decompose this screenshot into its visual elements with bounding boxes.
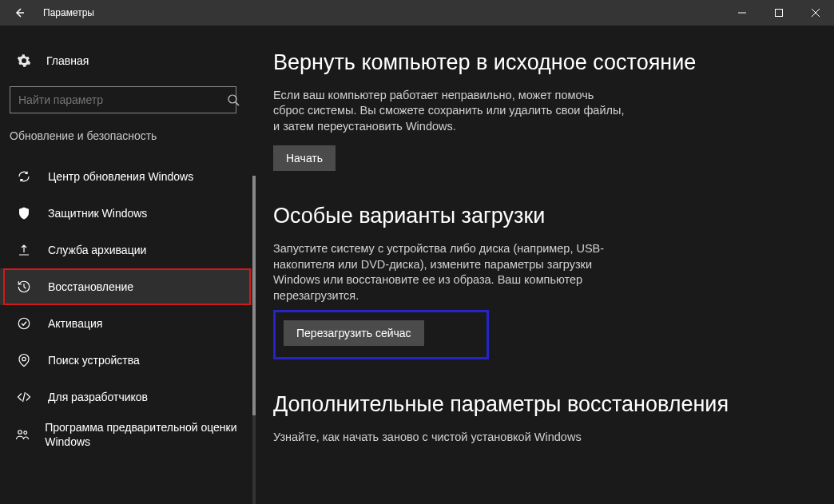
nav-item-find-device[interactable]: Поиск устройства (0, 342, 256, 379)
nav-label: Служба архивации (48, 243, 154, 257)
reset-start-button[interactable]: Начать (273, 145, 336, 171)
location-icon (14, 353, 34, 367)
close-button[interactable] (797, 0, 834, 26)
nav-item-windows-update[interactable]: Центр обновления Windows (0, 158, 256, 195)
sidebar: Главная Обновление и безопасность Центр … (0, 26, 256, 504)
nav-item-developers[interactable]: Для разработчиков (0, 379, 256, 415)
nav-label: Защитник Windows (48, 206, 155, 220)
gear-icon (14, 54, 34, 68)
shield-icon (14, 206, 34, 220)
upload-icon (14, 243, 34, 257)
section-reset: Вернуть компьютер в исходное состояние Е… (273, 50, 815, 171)
nav-list: Центр обновления Windows Защитник Window… (0, 158, 256, 454)
restart-now-button[interactable]: Перезагрузить сейчас (284, 320, 424, 346)
nav-item-defender[interactable]: Защитник Windows (0, 195, 256, 232)
nav-item-recovery[interactable]: Восстановление (0, 268, 256, 305)
content: Вернуть компьютер в исходное состояние Е… (256, 26, 834, 504)
reset-heading: Вернуть компьютер в исходное состояние (273, 50, 815, 77)
more-body: Узнайте, как начать заново с чистой уста… (273, 430, 625, 446)
highlight-restart-now: Перезагрузить сейчас (273, 310, 489, 359)
nav-label: Восстановление (48, 280, 141, 294)
back-button[interactable] (0, 0, 38, 26)
nav-item-backup[interactable]: Служба архивации (0, 232, 256, 268)
search-input[interactable] (10, 86, 236, 113)
section-more-recovery: Дополнительные параметры восстановления … (273, 391, 815, 445)
sync-icon (14, 169, 34, 184)
nav-item-insider[interactable]: Программа предварительной оценки Windows (0, 415, 256, 454)
maximize-button[interactable] (761, 0, 797, 26)
minimize-button[interactable] (724, 0, 761, 26)
advstart-body: Запустите систему с устройства либо диск… (273, 241, 625, 304)
svg-point-10 (24, 431, 27, 435)
close-icon (812, 9, 820, 17)
check-circle-icon (14, 316, 34, 331)
svg-point-7 (18, 318, 30, 329)
more-heading: Дополнительные параметры восстановления (273, 391, 815, 419)
home-button[interactable]: Главная (0, 45, 256, 77)
nav-label: Поиск устройства (48, 353, 148, 367)
reset-body: Если ваш компьютер работает неправильно,… (273, 88, 625, 135)
sidebar-scrollbar[interactable] (252, 176, 256, 504)
nav-label: Программа предварительной оценки Windows (45, 420, 256, 449)
category-label: Обновление и безопасность (0, 113, 256, 149)
svg-rect-2 (776, 10, 783, 17)
titlebar: Параметры (0, 0, 834, 26)
home-label: Главная (46, 54, 89, 67)
window-title: Параметры (38, 7, 94, 18)
scrollbar-thumb[interactable] (252, 176, 256, 415)
section-advanced-startup: Особые варианты загрузки Запустите систе… (273, 203, 815, 359)
search-box[interactable] (10, 86, 246, 113)
nav-label: Для разработчиков (48, 390, 156, 404)
minimize-icon (738, 9, 746, 17)
maximize-icon (775, 9, 783, 17)
nav-label: Активация (48, 316, 110, 331)
advstart-heading: Особые варианты загрузки (273, 203, 815, 230)
svg-point-9 (18, 431, 22, 435)
people-icon (14, 427, 30, 442)
nav-label: Центр обновления Windows (48, 169, 201, 184)
nav-item-activation[interactable]: Активация (0, 305, 256, 342)
history-icon (14, 280, 34, 294)
code-icon (14, 390, 34, 404)
arrow-left-icon (13, 6, 26, 19)
svg-point-8 (22, 357, 26, 361)
